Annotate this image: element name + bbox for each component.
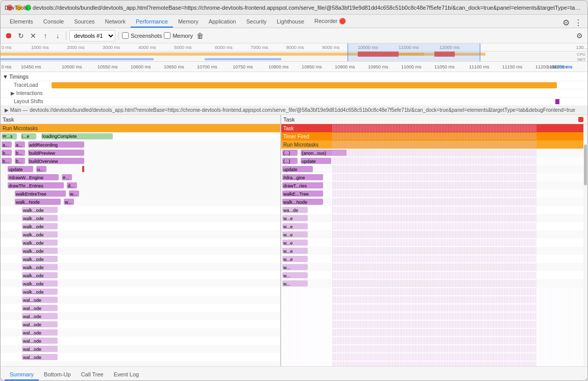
right-block-walk-tree[interactable]: walkE...Tree xyxy=(282,190,323,197)
walk-row-8[interactable]: walk...ode xyxy=(1,271,280,279)
task-right-row5[interactable]: update xyxy=(281,165,587,173)
run-microtasks-left[interactable]: Run Microtasks xyxy=(1,124,280,132)
block-add-recording[interactable]: addRecording xyxy=(28,141,84,148)
right-walk-block-4[interactable]: w...e xyxy=(282,240,308,246)
tab-console[interactable]: Console xyxy=(38,16,69,28)
right-block-paren1[interactable]: (...) xyxy=(282,150,298,156)
walk-block-12[interactable]: wal...ode xyxy=(22,305,58,311)
walk-block-13[interactable]: wal...ode xyxy=(22,313,58,319)
vertical-scrollbar[interactable] xyxy=(583,124,587,366)
right-walk-block-5[interactable]: w...e xyxy=(282,248,308,254)
clear-icon[interactable]: 🗑 xyxy=(195,31,205,41)
right-walk-row-9[interactable]: w... xyxy=(281,279,587,288)
flame-row-1[interactable]: #r...s i...e loadingComplete xyxy=(1,132,280,140)
task-right-row1[interactable]: Timer Fired xyxy=(281,132,587,140)
block-walk-entire-tree[interactable]: walkEntireTree xyxy=(15,190,66,197)
settings-icon[interactable]: ⚙ xyxy=(561,17,571,28)
scrollbar-thumb[interactable] xyxy=(584,145,587,185)
upload-icon[interactable]: ↑ xyxy=(40,31,51,41)
block-loading-complete[interactable]: loadingComplete xyxy=(41,133,113,139)
walk-row-14[interactable]: wal...ode xyxy=(1,320,280,328)
task-right-row9[interactable]: walk...Node xyxy=(281,198,587,206)
right-walk-row-6[interactable]: w...e xyxy=(281,255,587,263)
bottom-tab-eventlog[interactable]: Event Log xyxy=(109,369,144,380)
walk-row-13[interactable]: wal...ode xyxy=(1,312,280,320)
screenshots-checkbox[interactable] xyxy=(122,32,129,39)
flame-row-4[interactable]: b... b... buildOverview xyxy=(1,157,280,165)
download-icon[interactable]: ↓ xyxy=(53,31,63,41)
device-select[interactable]: devtools #1 xyxy=(69,30,115,41)
walk-row-18[interactable]: wal...ode xyxy=(1,353,280,361)
right-walk-row-4[interactable]: w...e xyxy=(281,239,587,247)
flame-row-2[interactable]: a... a... addRecording xyxy=(1,140,280,149)
walk-block-10[interactable]: walk...ode xyxy=(22,289,58,295)
block-b2[interactable]: b... xyxy=(15,150,25,156)
task-right-row0[interactable]: Task xyxy=(281,124,587,132)
trace-load-row[interactable]: TraceLoad xyxy=(1,81,587,89)
bottom-tab-bottomup[interactable]: Bottom-Up xyxy=(39,369,76,380)
walk-row-6[interactable]: walk...ode xyxy=(1,255,280,263)
right-walk-block-8[interactable]: w... xyxy=(282,272,308,278)
walk-block-17[interactable]: wal...ode xyxy=(22,346,58,352)
task-right-row3[interactable]: (...) (anon...ous) xyxy=(281,149,587,157)
walk-row-0[interactable]: walk...ode xyxy=(1,206,280,214)
walk-row-7[interactable]: walk...ode xyxy=(1,263,280,271)
flame-row-9[interactable]: walk...Node w... xyxy=(1,198,280,206)
walk-block-8[interactable]: walk...ode xyxy=(22,272,58,278)
right-block-update1[interactable]: update xyxy=(301,158,331,164)
walk-row-2[interactable]: walk...ode xyxy=(1,222,280,230)
timings-header[interactable]: ▼ Timings xyxy=(1,72,587,81)
right-block-walk-node[interactable]: walk...Node xyxy=(282,199,323,205)
block-draw-engine[interactable]: #drawW...Engine xyxy=(8,174,59,180)
tab-elements[interactable]: Elements xyxy=(5,16,38,28)
block-build-preview[interactable]: buildPreview xyxy=(28,150,84,156)
right-walk-block-1[interactable]: w...e xyxy=(282,215,308,221)
flame-row-5[interactable]: update u... xyxy=(1,165,280,173)
flame-left-rows[interactable]: Run Microtasks #r...s i...e loadingCo xyxy=(1,124,280,366)
flame-row-6[interactable]: #drawW...Engine #... xyxy=(1,173,280,181)
block-walk-node[interactable]: walk...Node xyxy=(15,199,61,205)
block-u[interactable]: u... xyxy=(36,166,46,172)
tab-memory[interactable]: Memory xyxy=(173,16,204,28)
walk-block-9[interactable]: walk...ode xyxy=(22,280,58,287)
walk-row-1[interactable]: walk...ode xyxy=(1,214,280,222)
right-walk-row-8[interactable]: w... xyxy=(281,271,587,279)
right-walk-block-6[interactable]: w...e xyxy=(282,256,308,262)
block-build-overview[interactable]: buildOverview xyxy=(28,158,84,164)
right-walk-block-7[interactable]: w... xyxy=(282,264,308,270)
bottom-tab-calltree[interactable]: Call Tree xyxy=(76,369,109,380)
block-draw-entries[interactable]: drawThr...Entries xyxy=(8,182,64,188)
walk-row-12[interactable]: wal...ode xyxy=(1,304,280,312)
walk-block-5[interactable]: walk...ode xyxy=(22,248,58,254)
block-w[interactable]: w... xyxy=(69,190,79,197)
task-right-row8[interactable]: walkE...Tree xyxy=(281,189,587,198)
task-right-row4[interactable]: (...) update xyxy=(281,157,587,165)
walk-block-7[interactable]: walk...ode xyxy=(22,264,58,270)
memory-checkbox[interactable] xyxy=(164,32,170,39)
right-block-update2[interactable]: update xyxy=(282,166,313,172)
walk-block-14[interactable]: wal...ode xyxy=(22,321,58,327)
task-right-row7[interactable]: drawT...ries xyxy=(281,181,587,189)
right-walk-row-5[interactable]: w...e xyxy=(281,247,587,255)
tab-sources[interactable]: Sources xyxy=(69,16,100,28)
right-block-draw-tries[interactable]: drawT...ries xyxy=(282,182,323,188)
block-r-s[interactable]: #r...s xyxy=(2,133,17,139)
bottom-tab-summary[interactable]: Summary xyxy=(5,369,39,380)
block-a1[interactable]: a... xyxy=(2,141,12,148)
refresh-icon[interactable]: ↻ xyxy=(16,31,26,41)
walk-block-2[interactable]: walk...ode xyxy=(22,223,58,229)
right-walk-block-3[interactable]: w...e xyxy=(282,231,308,237)
flame-row-8[interactable]: walkEntireTree w... xyxy=(1,189,280,198)
flame-row-3[interactable]: b... b... buildPreview xyxy=(1,149,280,157)
tab-network[interactable]: Network xyxy=(100,16,131,28)
walk-row-11[interactable]: wal...ode xyxy=(1,296,280,304)
timeline-minimap[interactable]: 0 ms 1000 ms 2000 ms 3000 ms 4000 ms 500… xyxy=(1,43,587,62)
task-right-row2[interactable]: Run Microtasks xyxy=(281,140,587,149)
walk-row-10[interactable]: walk...ode xyxy=(1,288,280,296)
right-block-draw-engine[interactable]: #dra...gine xyxy=(282,174,323,180)
right-block-paren2[interactable]: (...) xyxy=(282,158,298,164)
walk-row-9[interactable]: walk...ode xyxy=(1,279,280,288)
layout-shifts-row[interactable]: Layout Shifts xyxy=(1,98,587,106)
block-a2[interactable]: a... xyxy=(15,141,25,148)
tab-application[interactable]: Application xyxy=(204,16,241,28)
